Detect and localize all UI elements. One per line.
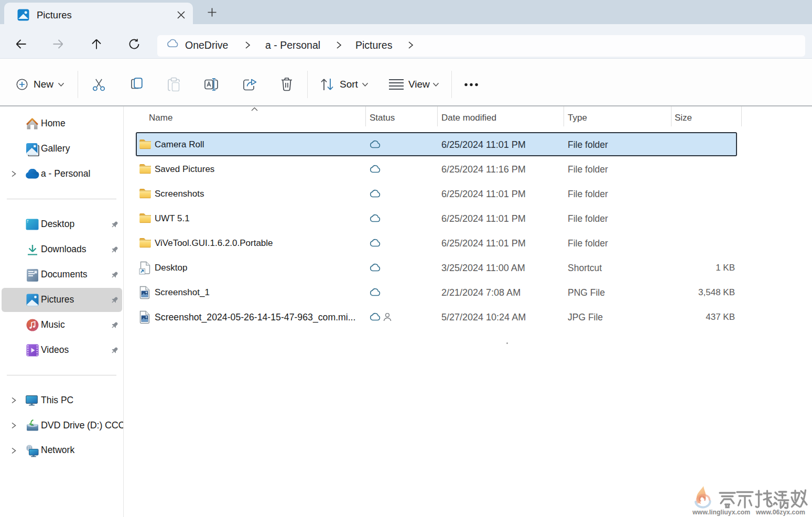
- svg-text:www.lingliuyx.com: www.lingliuyx.com: [692, 509, 750, 516]
- svg-text:www.06zyx.com: www.06zyx.com: [755, 509, 805, 516]
